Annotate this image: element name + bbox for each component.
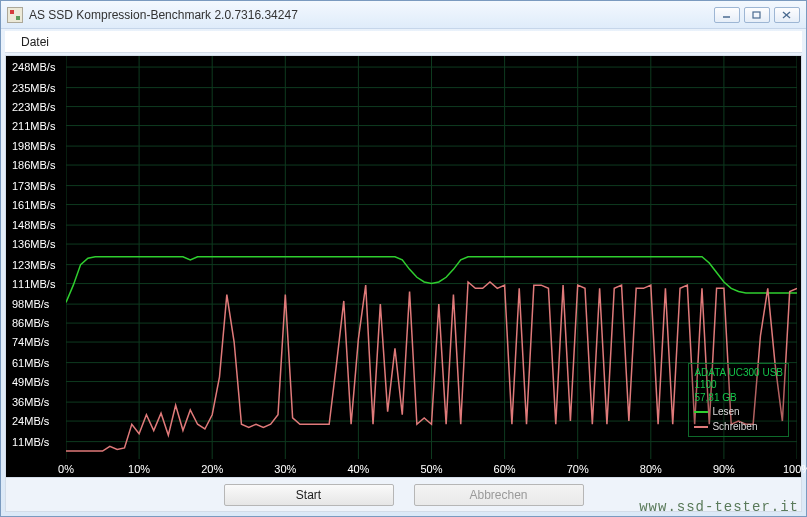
x-tick-label: 60% xyxy=(494,463,516,475)
window-title: AS SSD Kompression-Benchmark 2.0.7316.34… xyxy=(29,8,714,22)
plot-svg xyxy=(66,56,797,459)
titlebar: AS SSD Kompression-Benchmark 2.0.7316.34… xyxy=(1,1,806,29)
y-tick-label: 211MB/s xyxy=(12,120,55,132)
x-tick-label: 50% xyxy=(420,463,442,475)
content: 11MB/s24MB/s36MB/s49MB/s61MB/s74MB/s86MB… xyxy=(5,55,802,512)
x-tick-label: 0% xyxy=(58,463,74,475)
plot-wrap: 11MB/s24MB/s36MB/s49MB/s61MB/s74MB/s86MB… xyxy=(6,56,801,477)
menu-datei[interactable]: Datei xyxy=(13,33,57,51)
chart-area: 11MB/s24MB/s36MB/s49MB/s61MB/s74MB/s86MB… xyxy=(6,56,801,477)
legend-device: ADATA UC300 USB xyxy=(694,367,783,380)
toolbar: Start Abbrechen xyxy=(6,477,801,511)
y-tick-label: 11MB/s xyxy=(12,436,49,448)
close-icon xyxy=(782,11,792,19)
x-tick-label: 90% xyxy=(713,463,735,475)
menubar: Datei xyxy=(5,31,802,53)
x-tick-label: 20% xyxy=(201,463,223,475)
legend-read-label: Lesen xyxy=(712,406,739,419)
y-tick-label: 223MB/s xyxy=(12,101,55,113)
minimize-icon xyxy=(722,11,732,19)
svg-rect-1 xyxy=(753,12,760,18)
legend-write-swatch xyxy=(694,426,708,428)
y-tick-label: 148MB/s xyxy=(12,219,55,231)
y-tick-label: 173MB/s xyxy=(12,180,55,192)
legend-read: Lesen xyxy=(694,406,783,419)
app-window: AS SSD Kompression-Benchmark 2.0.7316.34… xyxy=(0,0,807,517)
x-tick-label: 70% xyxy=(567,463,589,475)
minimize-button[interactable] xyxy=(714,7,740,23)
y-tick-label: 61MB/s xyxy=(12,357,49,369)
x-tick-label: 10% xyxy=(128,463,150,475)
y-axis: 11MB/s24MB/s36MB/s49MB/s61MB/s74MB/s86MB… xyxy=(6,56,66,459)
y-tick-label: 123MB/s xyxy=(12,259,55,271)
y-tick-label: 186MB/s xyxy=(12,159,55,171)
app-icon xyxy=(7,7,23,23)
cancel-button: Abbrechen xyxy=(414,484,584,506)
y-tick-label: 235MB/s xyxy=(12,82,55,94)
legend-firmware: 1100 xyxy=(694,379,783,392)
window-controls xyxy=(714,7,800,23)
x-tick-label: 80% xyxy=(640,463,662,475)
legend-read-swatch xyxy=(694,411,708,413)
legend-capacity: 57,81 GB xyxy=(694,392,783,405)
y-tick-label: 74MB/s xyxy=(12,336,49,348)
x-tick-label: 100% xyxy=(783,463,807,475)
x-tick-label: 30% xyxy=(274,463,296,475)
y-tick-label: 198MB/s xyxy=(12,140,55,152)
legend-write: Schreiben xyxy=(694,421,783,434)
close-button[interactable] xyxy=(774,7,800,23)
x-axis: 0%10%20%30%40%50%60%70%80%90%100% xyxy=(66,459,797,477)
y-tick-label: 36MB/s xyxy=(12,396,49,408)
maximize-button[interactable] xyxy=(744,7,770,23)
y-tick-label: 161MB/s xyxy=(12,199,55,211)
legend-write-label: Schreiben xyxy=(712,421,757,434)
x-tick-label: 40% xyxy=(347,463,369,475)
plot-canvas: ADATA UC300 USB 1100 57,81 GB Lesen Schr… xyxy=(66,56,797,459)
y-tick-label: 24MB/s xyxy=(12,415,49,427)
maximize-icon xyxy=(752,11,762,19)
start-button[interactable]: Start xyxy=(224,484,394,506)
y-tick-label: 86MB/s xyxy=(12,317,49,329)
y-tick-label: 111MB/s xyxy=(12,278,55,290)
legend-box: ADATA UC300 USB 1100 57,81 GB Lesen Schr… xyxy=(688,363,789,438)
y-tick-label: 136MB/s xyxy=(12,238,55,250)
y-tick-label: 98MB/s xyxy=(12,298,49,310)
y-tick-label: 248MB/s xyxy=(12,61,55,73)
y-tick-label: 49MB/s xyxy=(12,376,49,388)
